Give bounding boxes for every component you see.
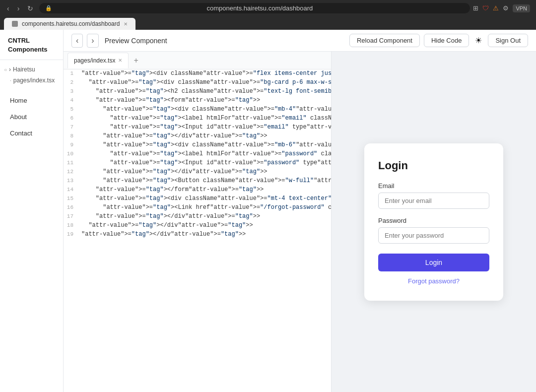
- table-row: 10 "attr-value">="tag"><label htmlFor"at…: [64, 150, 331, 159]
- settings-icon[interactable]: ⚙: [503, 4, 509, 12]
- line-number: 2: [64, 78, 79, 87]
- code-tab-close-icon[interactable]: ✕: [118, 58, 122, 63]
- forward-button[interactable]: ›: [14, 2, 23, 14]
- email-form-group: Email: [378, 182, 489, 209]
- forgot-password-link[interactable]: Forgot password?: [378, 277, 489, 285]
- line-number: 4: [64, 96, 79, 105]
- line-content: "attr-value">="tag"><div className"attr-…: [79, 78, 331, 87]
- table-row: 2 "attr-value">="tag"><div className"att…: [64, 78, 331, 87]
- top-bar-left: ‹ › Preview Component: [71, 34, 167, 48]
- line-number: 18: [64, 221, 79, 230]
- address-bar-url[interactable]: components.hairetsu.com/dashboard: [55, 4, 464, 12]
- table-row: 11 "attr-value">="tag"><Input id"attr-va…: [64, 159, 331, 168]
- table-row: 18 "attr-value">="tag"></div"attr-value"…: [64, 221, 331, 230]
- sidebar-header: CNTRL Components: [0, 30, 63, 60]
- vpn-badge[interactable]: VPN: [513, 4, 530, 12]
- sidebar-item-home-label: Home: [10, 97, 27, 104]
- table-row: 9 "attr-value">="tag"><div className"att…: [64, 141, 331, 150]
- top-bar: ‹ › Preview Component Reload Component H…: [64, 30, 536, 52]
- sidebar-item-home[interactable]: Home: [2, 93, 61, 108]
- code-tab-label: pages/index.tsx: [74, 57, 115, 64]
- sidebar-item-about-label: About: [10, 113, 27, 121]
- theme-toggle-button[interactable]: ☀: [473, 34, 484, 47]
- line-content: "attr-value">="tag"></div"attr-value">="…: [79, 230, 331, 239]
- line-number: 16: [64, 203, 79, 212]
- preview-panel: Login Email Password Login Forgot passwo…: [332, 52, 536, 392]
- line-number: 8: [64, 132, 79, 141]
- preview-nav-next-button[interactable]: ›: [87, 34, 98, 48]
- tree-arrow-icon: ○: [4, 67, 7, 72]
- line-number: 1: [64, 69, 79, 78]
- line-number: 6: [64, 114, 79, 123]
- browser-chrome: ‹ › ↻ 🔒 components.hairetsu.com/dashboar…: [0, 0, 536, 30]
- line-content: "attr-value">="tag"><div className"attr-…: [79, 69, 331, 78]
- table-row: 15 "attr-value">="tag"><div className"at…: [64, 195, 331, 203]
- email-label: Email: [378, 182, 489, 190]
- tab-title: components.hairetsu.com/dashboard: [22, 20, 120, 27]
- top-bar-nav: ‹ ›: [71, 34, 99, 48]
- browser-icons-right: ⊞ 🛡 ⚠ ⚙ VPN: [473, 4, 532, 12]
- table-row: 3 "attr-value">="tag"><h2 className"attr…: [64, 87, 331, 96]
- shield-icon: 🛡: [482, 4, 489, 12]
- tree-item-hairetsu-label: ›: [9, 66, 11, 73]
- sidebar-tree: ○ › Hairetsu · pages/index.tsx: [0, 60, 63, 90]
- extensions-icon[interactable]: ⊞: [473, 4, 478, 12]
- table-row: 8 "attr-value">="tag"></div"attr-value">…: [64, 132, 331, 141]
- tab-close-icon[interactable]: ✕: [124, 21, 128, 27]
- table-row: 19"attr-value">="tag"></div"attr-value">…: [64, 230, 331, 239]
- sidebar-nav: Home About Contact: [0, 90, 63, 144]
- back-button[interactable]: ‹: [4, 2, 12, 14]
- line-number: 17: [64, 212, 79, 221]
- code-tab-add-button[interactable]: +: [131, 55, 141, 66]
- login-button[interactable]: Login: [378, 254, 489, 271]
- reload-button[interactable]: ↻: [24, 2, 36, 14]
- code-panel: pages/index.tsx ✕ + 1"attr-value">="tag"…: [64, 52, 332, 392]
- sidebar-tree-hairetsu[interactable]: ○ › Hairetsu: [0, 64, 63, 75]
- table-row: 13 "attr-value">="tag"><Button className…: [64, 177, 331, 186]
- line-content: "attr-value">="tag"><div className"attr-…: [79, 141, 331, 150]
- reload-component-button[interactable]: Reload Component: [349, 34, 420, 47]
- table-row: 7 "attr-value">="tag"><Input id"attr-val…: [64, 123, 331, 132]
- line-number: 14: [64, 186, 79, 195]
- tree-item-pages: pages/index.tsx: [13, 77, 55, 84]
- line-content: "attr-value">="tag"><label htmlFor"attr-…: [79, 114, 331, 123]
- table-row: 5 "attr-value">="tag"><div className"att…: [64, 105, 331, 114]
- login-card-title: Login: [378, 159, 489, 172]
- tabs-bar: components.hairetsu.com/dashboard ✕: [0, 17, 536, 30]
- sidebar-tree-pages[interactable]: · pages/index.tsx: [0, 75, 63, 86]
- sidebar-item-contact[interactable]: Contact: [2, 126, 61, 141]
- password-form-group: Password: [378, 217, 489, 244]
- active-tab[interactable]: components.hairetsu.com/dashboard ✕: [4, 18, 135, 30]
- app: CNTRL Components ○ › Hairetsu · pages/in…: [0, 30, 536, 392]
- code-editor[interactable]: 1"attr-value">="tag"><div className"attr…: [64, 69, 331, 392]
- warning-icon: ⚠: [493, 4, 499, 12]
- line-content: "attr-value">="tag"><label htmlFor"attr-…: [79, 150, 331, 159]
- password-input[interactable]: [378, 227, 489, 244]
- sign-out-button[interactable]: Sign Out: [488, 34, 528, 47]
- app-title: CNTRL Components: [8, 37, 47, 53]
- sidebar-item-about[interactable]: About: [2, 109, 61, 125]
- table-row: 4 "attr-value">="tag"><form"attr-value">…: [64, 96, 331, 105]
- hide-code-button[interactable]: Hide Code: [424, 34, 469, 47]
- table-row: 1"attr-value">="tag"><div className"attr…: [64, 69, 331, 78]
- line-content: "attr-value">="tag"><h2 className"attr-v…: [79, 87, 331, 96]
- line-number: 12: [64, 168, 79, 177]
- code-panel-tabs: pages/index.tsx ✕ +: [64, 52, 331, 69]
- table-row: 12 "attr-value">="tag"></div"attr-value"…: [64, 168, 331, 177]
- top-bar-right: Reload Component Hide Code ☀ Sign Out: [349, 34, 528, 47]
- line-content: "attr-value">="tag"></div"attr-value">="…: [79, 132, 331, 141]
- line-number: 13: [64, 177, 79, 186]
- line-number: 9: [64, 141, 79, 150]
- tab-favicon: [12, 21, 18, 27]
- preview-title: Preview Component: [105, 37, 167, 45]
- browser-nav-buttons: ‹ › ↻: [4, 2, 36, 14]
- sidebar: CNTRL Components ○ › Hairetsu · pages/in…: [0, 30, 64, 392]
- table-row: 16 "attr-value">="tag"><Link href"attr-v…: [64, 203, 331, 212]
- line-number: 15: [64, 195, 79, 203]
- code-tab-pages[interactable]: pages/index.tsx ✕: [67, 53, 129, 68]
- preview-nav-prev-button[interactable]: ‹: [71, 34, 83, 48]
- email-input[interactable]: [378, 193, 489, 209]
- login-card: Login Email Password Login Forgot passwo…: [364, 143, 503, 301]
- table-row: 17 "attr-value">="tag"></div"attr-value"…: [64, 212, 331, 221]
- line-number: 19: [64, 230, 79, 239]
